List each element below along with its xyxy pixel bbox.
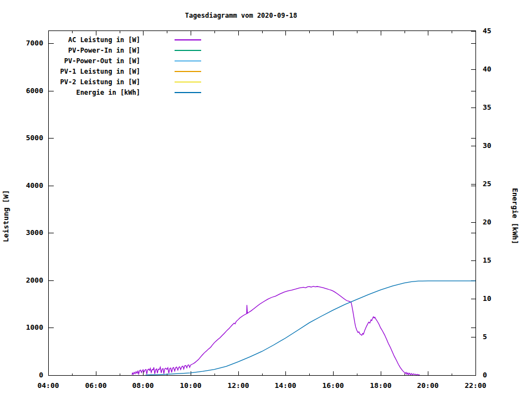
legend-item: PV-2 Leistung in [W] (60, 78, 202, 86)
y1-tick-label: 6000 (26, 86, 43, 95)
y2-axis-label: Energie [kWh] (511, 188, 519, 244)
y1-tick-label: 3000 (26, 228, 43, 237)
legend-label: PV-1 Leistung in [W] (60, 68, 141, 75)
x-tick-label: 18:00 (370, 381, 391, 390)
y1-tick-label: 4000 (26, 181, 43, 190)
y1-tick-label: 7000 (26, 39, 43, 47)
x-tick-label: 22:00 (464, 381, 486, 390)
series-line-ac-leistung-in-w (132, 287, 420, 375)
x-tick-label: 14:00 (274, 381, 296, 390)
screenshot-root: Tagesdiagramm vom 2020-09-18 Leistung [W… (0, 0, 532, 399)
legend-item: PV-1 Leistung in [W] (60, 68, 202, 75)
chart-title: Tagesdiagramm vom 2020-09-18 (185, 12, 297, 19)
x-tick-label: 12:00 (227, 381, 249, 390)
legend-label: PV-Power-Out in [W] (64, 57, 140, 65)
x-tick-label: 20:00 (417, 381, 438, 390)
y1-tick-label: 1000 (26, 323, 43, 331)
legend-item: AC Leistung in [W] (68, 36, 201, 44)
y2-tick-label: 45 (483, 27, 492, 35)
y1-tick-label: 2000 (26, 276, 43, 284)
chart-legend: AC Leistung in [W]PV-Power-In in [W]PV-P… (60, 36, 202, 96)
y1-tick-label: 0 (39, 371, 43, 379)
y1-tick-label: 5000 (26, 134, 43, 142)
y-axis-label: Leistung [W] (2, 190, 10, 242)
tagesdiagramm-chart: Tagesdiagramm vom 2020-09-18 Leistung [W… (0, 0, 532, 399)
x-tick-label: 08:00 (132, 381, 154, 390)
y2-tick-label: 15 (483, 256, 492, 264)
series-lines (132, 281, 475, 375)
legend-label: Energie in [kWh] (76, 89, 140, 96)
series-line-energie-in-kwh (146, 281, 475, 375)
legend-label: AC Leistung in [W] (68, 36, 140, 44)
legend-label: PV-2 Leistung in [W] (60, 78, 141, 86)
y2-tick-label: 0 (483, 371, 487, 379)
legend-item: PV-Power-In in [W] (68, 47, 201, 54)
y2-tick-label: 10 (483, 294, 492, 303)
y2-tick-label: 20 (483, 218, 492, 226)
x-tick-label: 10:00 (180, 381, 201, 390)
legend-item: PV-Power-Out in [W] (64, 57, 201, 65)
y2-tick-label: 40 (483, 65, 492, 73)
x-tick-label: 06:00 (85, 381, 106, 390)
y2-tick-label: 35 (483, 103, 492, 111)
x-tick-label: 16:00 (322, 381, 344, 390)
y2-tick-label: 25 (483, 180, 492, 188)
legend-item: Energie in [kWh] (76, 89, 201, 96)
y2-tick-label: 5 (483, 332, 487, 341)
x-tick-label: 04:00 (37, 381, 59, 390)
y2-tick-label: 30 (483, 141, 492, 150)
legend-label: PV-Power-In in [W] (68, 47, 140, 54)
